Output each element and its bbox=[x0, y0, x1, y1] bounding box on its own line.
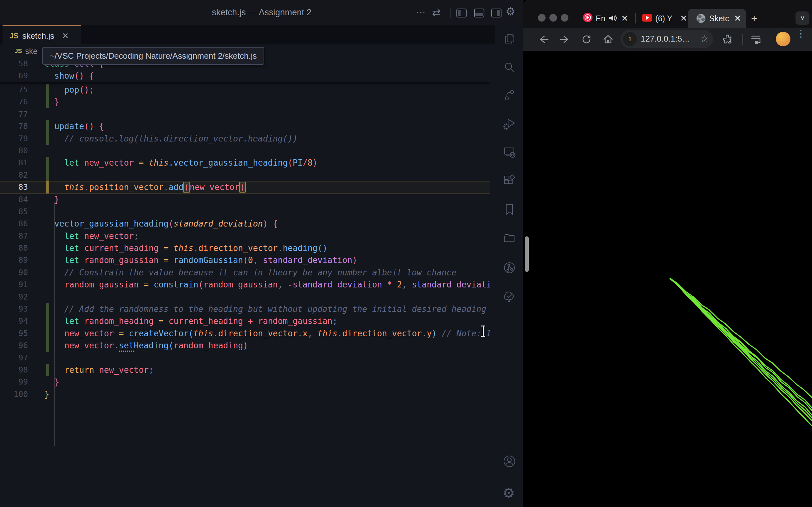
code-editor[interactable]: 75 pop();76 }7778 update() {79 // consol… bbox=[0, 58, 490, 507]
forward-icon[interactable] bbox=[560, 34, 570, 46]
active-tab-sketch[interactable]: Sketc ✕ bbox=[688, 9, 746, 28]
breadcrumb-file[interactable]: ske bbox=[25, 47, 38, 56]
settings-gear-icon[interactable]: ⚙ bbox=[502, 486, 516, 500]
search-icon[interactable] bbox=[502, 60, 516, 74]
line-number[interactable]: 98 bbox=[0, 364, 28, 376]
bookmark-star-icon[interactable]: ☆ bbox=[700, 33, 708, 44]
source-control-icon[interactable] bbox=[502, 88, 516, 102]
line-number[interactable]: 99 bbox=[0, 376, 28, 388]
code-line-84[interactable]: 84 } bbox=[0, 193, 490, 206]
code-line-94[interactable]: 94 let random_heading = current_heading … bbox=[0, 315, 490, 327]
line-number[interactable]: 77 bbox=[0, 108, 28, 120]
code-line-87[interactable]: 87 let new_vector; bbox=[0, 230, 490, 242]
code-line-79[interactable]: 79 // console.log(this.direction_vector.… bbox=[0, 133, 490, 145]
bookmarks-icon[interactable] bbox=[502, 203, 516, 216]
address-bar[interactable]: i 127.0.0.1:5… ☆ bbox=[620, 30, 713, 48]
code-line-82[interactable]: 82 bbox=[0, 169, 490, 181]
line-number[interactable]: 92 bbox=[0, 291, 28, 303]
code-line-78[interactable]: 78 update() { bbox=[0, 120, 490, 132]
profile-avatar[interactable] bbox=[776, 32, 791, 46]
traffic-light-close[interactable] bbox=[538, 14, 546, 21]
code-line-85[interactable]: 85 bbox=[0, 206, 490, 218]
tab-close-icon[interactable]: ✕ bbox=[62, 31, 69, 41]
tab-search-chevron-icon[interactable]: ˅ bbox=[796, 11, 809, 25]
code-line-69[interactable]: 69 show() { bbox=[0, 70, 490, 82]
customize-layout-gear-icon[interactable]: ⚙ bbox=[506, 5, 515, 18]
code-line-100[interactable]: 100} bbox=[0, 388, 490, 400]
line-number[interactable]: 58 bbox=[0, 58, 28, 70]
home-icon[interactable] bbox=[603, 34, 614, 46]
line-number[interactable]: 89 bbox=[0, 254, 28, 266]
line-number[interactable]: 82 bbox=[0, 169, 28, 181]
code-line-92[interactable]: 92 bbox=[0, 291, 490, 303]
traffic-light-zoom[interactable] bbox=[561, 14, 568, 21]
code-line-86[interactable]: 86 vector_gaussian_heading(standard_devi… bbox=[0, 218, 490, 230]
line-number[interactable]: 90 bbox=[0, 267, 28, 279]
line-number[interactable]: 85 bbox=[0, 206, 28, 218]
line-number[interactable]: 83 bbox=[0, 181, 28, 193]
scrollbar-thumb[interactable] bbox=[525, 236, 529, 272]
traffic-light-minimize[interactable] bbox=[549, 14, 557, 21]
toggle-right-sidebar-icon[interactable] bbox=[491, 8, 502, 18]
chrome-menu-icon[interactable]: ⋮ bbox=[796, 31, 803, 36]
run-and-debug-icon[interactable] bbox=[502, 117, 516, 131]
tab-sketch-js[interactable]: JS sketch.js ✕ bbox=[3, 25, 81, 45]
tab-1-close-icon[interactable]: ✕ bbox=[621, 13, 628, 23]
explorer-icon[interactable] bbox=[502, 32, 516, 46]
line-number[interactable]: 96 bbox=[0, 339, 28, 351]
line-number[interactable]: 75 bbox=[0, 84, 28, 96]
line-number[interactable]: 81 bbox=[0, 157, 28, 169]
code-line-75[interactable]: 75 pop(); bbox=[0, 84, 490, 96]
code-line-76[interactable]: 76 } bbox=[0, 96, 490, 108]
code-line-98[interactable]: 98 return new_vector; bbox=[0, 364, 490, 376]
line-number[interactable]: 86 bbox=[0, 218, 28, 230]
titlebar-more-icon[interactable]: ⋯ bbox=[416, 6, 426, 17]
tab-2-label[interactable]: (6) Y bbox=[655, 14, 678, 23]
back-icon[interactable] bbox=[538, 34, 549, 46]
tab-1-label[interactable]: En bbox=[596, 14, 607, 23]
line-number[interactable]: 76 bbox=[0, 96, 28, 108]
line-number[interactable]: 88 bbox=[0, 242, 28, 254]
remote-explorer-icon[interactable] bbox=[502, 145, 516, 159]
tab-2-close-icon[interactable]: ✕ bbox=[680, 13, 687, 23]
code-line-96[interactable]: 96 new_vector.setHeading(random_heading) bbox=[0, 339, 490, 351]
code-line-99[interactable]: 99 } bbox=[0, 376, 490, 388]
vscode-titlebar[interactable]: sketch.js — Assignment 2 ⋯ ⇄ ⚙ bbox=[0, 0, 523, 25]
line-number[interactable]: 84 bbox=[0, 193, 28, 206]
line-number[interactable]: 87 bbox=[0, 230, 28, 242]
youtube-music-favicon[interactable] bbox=[583, 13, 592, 22]
line-number[interactable]: 97 bbox=[0, 352, 28, 364]
code-line-83[interactable]: 83 this.position_vector.add(new_vector) bbox=[0, 181, 490, 193]
youtube-favicon[interactable] bbox=[642, 14, 652, 21]
code-line-89[interactable]: 89 let random_gaussian = randomGaussian(… bbox=[0, 254, 490, 266]
line-number[interactable]: 91 bbox=[0, 279, 28, 291]
tab-audio-speaker-icon[interactable] bbox=[608, 14, 617, 22]
site-info-icon[interactable]: i bbox=[623, 32, 637, 46]
tab-3-close-icon[interactable]: ✕ bbox=[734, 13, 741, 23]
layout-swap-icon[interactable]: ⇄ bbox=[432, 6, 441, 18]
code-line-77[interactable]: 77 bbox=[0, 108, 490, 120]
p5-sketch-canvas[interactable] bbox=[523, 51, 812, 507]
line-number[interactable]: 69 bbox=[0, 70, 28, 82]
code-line-91[interactable]: 91 random_gaussian = constrain(random_ga… bbox=[0, 279, 490, 291]
project-manager-icon[interactable] bbox=[502, 232, 516, 245]
media-controls-icon[interactable] bbox=[750, 34, 763, 46]
code-line-88[interactable]: 88 let current_heading = this.direction_… bbox=[0, 242, 490, 254]
line-number[interactable]: 94 bbox=[0, 315, 28, 327]
line-number[interactable]: 79 bbox=[0, 133, 28, 145]
code-line-97[interactable]: 97 bbox=[0, 352, 490, 364]
code-line-80[interactable]: 80 bbox=[0, 145, 490, 157]
code-line-95[interactable]: 95 new_vector = createVector(this.direct… bbox=[0, 327, 490, 339]
todo-tree-icon[interactable] bbox=[502, 289, 516, 303]
extensions-puzzle-icon[interactable] bbox=[722, 34, 733, 46]
account-icon[interactable] bbox=[502, 454, 516, 468]
line-number[interactable]: 93 bbox=[0, 303, 28, 315]
line-number[interactable]: 95 bbox=[0, 327, 28, 339]
line-number[interactable]: 80 bbox=[0, 145, 28, 157]
toggle-left-sidebar-icon[interactable] bbox=[456, 8, 467, 18]
url-text[interactable]: 127.0.0.1:5… bbox=[641, 34, 690, 44]
reload-icon[interactable] bbox=[581, 34, 592, 46]
line-number[interactable]: 78 bbox=[0, 120, 28, 132]
extensions-icon[interactable] bbox=[502, 174, 516, 188]
code-line-90[interactable]: 90 // Constrain the value because it can… bbox=[0, 267, 490, 279]
